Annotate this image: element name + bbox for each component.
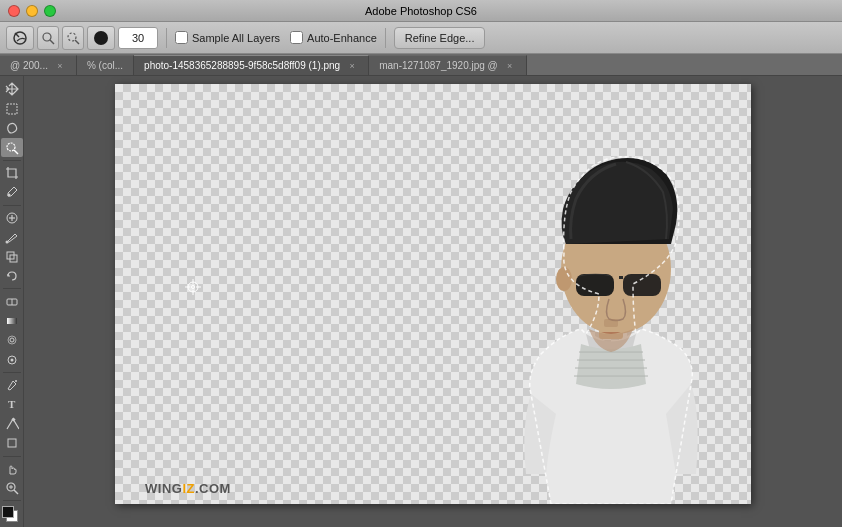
toolbar-sep-2	[3, 205, 21, 206]
sample-all-layers-input[interactable]	[175, 31, 188, 44]
hand-btn[interactable]	[1, 459, 23, 477]
svg-rect-41	[604, 319, 618, 327]
svg-point-9	[7, 194, 10, 197]
title-bar: Adobe Photoshop CS6	[0, 0, 842, 22]
move-tool-btn[interactable]	[1, 80, 23, 98]
tab-4-label: man-1271087_1920.jpg @	[379, 60, 498, 71]
brush-btn[interactable]	[1, 228, 23, 246]
quick-select-btn[interactable]	[1, 138, 23, 156]
toolbar-sep-4	[3, 372, 21, 373]
toolbar-sep-6	[3, 500, 21, 501]
svg-point-22	[10, 358, 13, 361]
svg-rect-6	[7, 104, 17, 114]
tab-1-label: @ 200...	[10, 60, 48, 71]
svg-point-37	[556, 267, 572, 291]
tool-options-group: 30	[6, 26, 158, 50]
eyedropper-btn[interactable]	[1, 183, 23, 201]
tab-1[interactable]: @ 200... ×	[0, 55, 77, 75]
auto-enhance-checkbox[interactable]: Auto-Enhance	[290, 31, 377, 44]
svg-rect-18	[7, 318, 17, 324]
tab-2-label: % (col...	[87, 60, 123, 71]
brush-size-input[interactable]: 30	[118, 27, 158, 49]
dodge-btn[interactable]	[1, 350, 23, 368]
toolbar-sep-5	[3, 456, 21, 457]
color-swatches[interactable]	[2, 506, 22, 523]
toolbar-divider-2	[385, 28, 386, 48]
tab-4[interactable]: man-1271087_1920.jpg @ ×	[369, 55, 527, 75]
tab-2[interactable]: % (col...	[77, 55, 134, 75]
person-layer	[471, 84, 751, 504]
svg-point-19	[8, 336, 16, 344]
svg-line-2	[50, 40, 54, 44]
rect-marquee-btn[interactable]	[1, 99, 23, 117]
svg-point-23	[15, 380, 17, 382]
toolbar-divider-1	[166, 28, 167, 48]
watermark-iz: IZ	[182, 481, 195, 496]
zoom-btn[interactable]	[1, 479, 23, 497]
svg-line-8	[14, 150, 18, 154]
crop-btn[interactable]	[1, 164, 23, 182]
person-svg	[471, 84, 751, 504]
history-brush-btn[interactable]	[1, 267, 23, 285]
auto-enhance-input[interactable]	[290, 31, 303, 44]
blur-btn[interactable]	[1, 331, 23, 349]
refine-edge-button[interactable]: Refine Edge...	[394, 27, 486, 49]
svg-line-28	[14, 490, 18, 494]
main-area: T	[0, 76, 842, 527]
healing-btn[interactable]	[1, 208, 23, 226]
pen-btn[interactable]	[1, 376, 23, 394]
canvas-area: WINGIZ.COM	[24, 76, 842, 527]
toolbar-sep-3	[3, 288, 21, 289]
toolbar-sep-1	[3, 160, 21, 161]
shape-btn[interactable]	[1, 434, 23, 452]
svg-point-13	[5, 241, 8, 244]
svg-rect-40	[623, 274, 661, 296]
svg-text:T: T	[8, 398, 16, 410]
watermark-wing: WING	[145, 481, 182, 496]
svg-point-20	[10, 338, 14, 342]
tab-3-label: photo-1458365288895-9f58c5d8ff09 (1).png	[144, 60, 340, 71]
window-controls	[8, 5, 56, 17]
app-title: Adobe Photoshop CS6	[365, 5, 477, 17]
close-button[interactable]	[8, 5, 20, 17]
minimize-button[interactable]	[26, 5, 38, 17]
tool-option-3[interactable]	[62, 26, 84, 50]
tool-option-2[interactable]	[37, 26, 59, 50]
svg-point-5	[94, 31, 108, 45]
path-select-btn[interactable]	[1, 415, 23, 433]
svg-line-4	[75, 40, 79, 44]
watermark-text: WINGIZ.COM	[145, 481, 231, 496]
tab-3-close[interactable]: ×	[346, 60, 358, 72]
maximize-button[interactable]	[44, 5, 56, 17]
svg-point-3	[68, 33, 76, 41]
brush-tool-icon[interactable]	[87, 26, 115, 50]
canvas[interactable]: WINGIZ.COM	[115, 84, 751, 504]
tab-bar: @ 200... × % (col... photo-1458365288895…	[0, 54, 842, 76]
clone-btn[interactable]	[1, 247, 23, 265]
svg-rect-39	[619, 276, 623, 279]
gradient-btn[interactable]	[1, 312, 23, 330]
tab-1-close[interactable]: ×	[54, 60, 66, 72]
tab-3[interactable]: photo-1458365288895-9f58c5d8ff09 (1).png…	[134, 55, 369, 75]
quick-selection-tool-icon[interactable]	[6, 26, 34, 50]
svg-point-7	[7, 143, 15, 151]
svg-rect-26	[8, 439, 16, 447]
watermark-area: WINGIZ.COM	[145, 481, 231, 496]
watermark-com: .COM	[195, 481, 231, 496]
svg-point-1	[43, 33, 51, 41]
tab-4-close[interactable]: ×	[504, 60, 516, 72]
lasso-btn[interactable]	[1, 119, 23, 137]
sample-all-layers-checkbox[interactable]: Sample All Layers	[175, 31, 280, 44]
text-btn[interactable]: T	[1, 395, 23, 413]
left-toolbar: T	[0, 76, 24, 527]
eraser-btn[interactable]	[1, 292, 23, 310]
toolbar: 30 Sample All Layers Auto-Enhance Refine…	[0, 22, 842, 54]
